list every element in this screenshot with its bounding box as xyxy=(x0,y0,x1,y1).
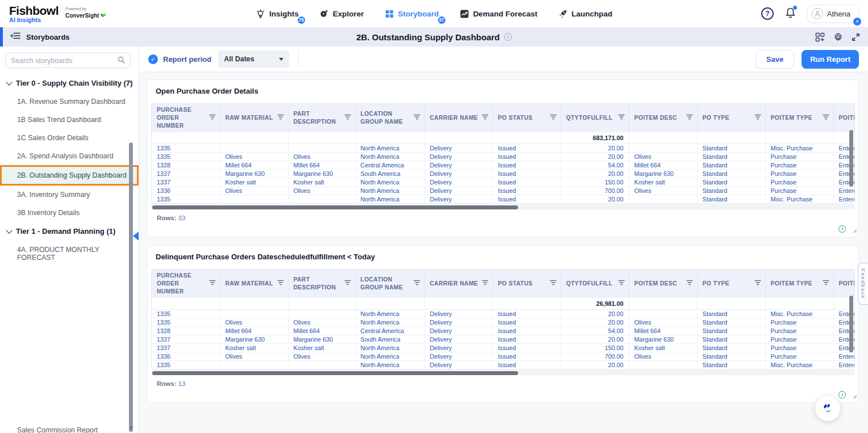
horizontal-scrollbar-thumb[interactable] xyxy=(152,371,518,375)
filter-icon[interactable] xyxy=(482,280,489,288)
feedback-tab[interactable]: Feedback xyxy=(858,263,868,305)
table-row[interactable]: 1335North AmericaDeliveryIssued20.00Stan… xyxy=(152,144,855,153)
column-header[interactable]: CARRIER NAME xyxy=(424,270,493,298)
conversight-chat-icon[interactable] xyxy=(815,396,840,421)
filter-icon[interactable] xyxy=(823,114,829,122)
column-header[interactable]: PART DESCRIPTION xyxy=(288,270,355,298)
filter-icon[interactable] xyxy=(550,280,557,288)
nav-item-demand-forecast[interactable]: Demand Forecast xyxy=(460,9,537,19)
info-icon[interactable]: i xyxy=(504,33,512,41)
filter-icon[interactable] xyxy=(414,114,420,122)
table-row[interactable]: 1335OlivesOlivesNorth AmericaDeliveryIss… xyxy=(152,153,855,161)
report-period-checkbox[interactable]: ✓ xyxy=(148,54,158,64)
notification-bell-icon[interactable] xyxy=(785,7,796,20)
column-header[interactable]: PO STATUS xyxy=(493,270,561,298)
column-header[interactable]: LOCATION GROUP NAME xyxy=(355,270,424,298)
column-header[interactable]: PO TYPE xyxy=(697,104,765,132)
horizontal-scrollbar[interactable] xyxy=(151,371,855,375)
save-button[interactable]: Save xyxy=(756,50,794,69)
storyboards-list-icon[interactable] xyxy=(10,32,20,42)
filter-icon[interactable] xyxy=(209,114,216,122)
sidebar-scrollbar[interactable]: ▲ ▼ xyxy=(128,78,134,431)
sidebar-group-1[interactable]: Tier 1 - Demand Planning (1) xyxy=(0,222,139,241)
filter-icon[interactable] xyxy=(823,280,829,288)
nav-item-launchpad[interactable]: Launchpad xyxy=(558,9,612,19)
column-header[interactable]: LOCATION GROUP NAME xyxy=(355,104,424,132)
filter-icon[interactable] xyxy=(550,114,557,122)
filter-icon[interactable] xyxy=(277,114,284,122)
search-input[interactable] xyxy=(11,57,114,65)
run-report-button[interactable]: Run Report xyxy=(802,50,859,69)
table-row[interactable]: 1328Millet 664Millet 664Central AmericaD… xyxy=(152,327,855,335)
expand-icon[interactable] xyxy=(852,33,860,41)
filter-icon[interactable] xyxy=(686,280,693,288)
sidebar-item-3a-inventory-summary[interactable]: 3A. Inventory Summary xyxy=(0,186,139,204)
column-header[interactable]: POITE xyxy=(833,104,855,132)
column-header[interactable]: QTYTOFULFILL xyxy=(561,104,629,132)
widget-info-icon[interactable]: i xyxy=(838,391,846,398)
column-header[interactable]: POITEM TYPE xyxy=(765,270,833,298)
column-header[interactable]: PURCHASE ORDER NUMBER xyxy=(152,104,220,132)
sidebar-item-partial[interactable]: Sales Commission Report xyxy=(17,426,98,433)
column-header[interactable]: POITEM DESC xyxy=(629,104,697,132)
table-row[interactable]: 1336OlivesOlivesNorth AmericaDeliveryIss… xyxy=(152,352,855,361)
filter-icon[interactable] xyxy=(277,280,284,288)
filter-icon[interactable] xyxy=(344,114,351,122)
filter-icon[interactable] xyxy=(482,114,489,122)
horizontal-scrollbar-thumb[interactable] xyxy=(152,205,518,209)
table-row[interactable]: 1335North AmericaDeliveryIssued20.00Stan… xyxy=(152,195,855,204)
summary-row[interactable]: 26,981.00 xyxy=(152,298,855,310)
settings-gear-icon[interactable] xyxy=(833,32,843,42)
table-row[interactable]: 1337Margarine 630Margarine 630South Amer… xyxy=(152,335,855,344)
table-row[interactable]: 1335North AmericaDeliveryIssued20.00Stan… xyxy=(152,310,855,318)
scrollbar-thumb[interactable] xyxy=(129,142,133,432)
user-menu[interactable]: Athena ▾ xyxy=(807,5,859,23)
help-icon[interactable]: ? xyxy=(761,7,774,20)
add-widget-icon[interactable] xyxy=(815,32,825,42)
sidebar-collapse-icon[interactable] xyxy=(133,232,139,241)
sidebar-item-1c-sales-order-details[interactable]: 1C Sales Order Details xyxy=(0,129,139,147)
filter-icon[interactable] xyxy=(618,280,625,288)
sidebar-item-1b-sales-trend-dashboard[interactable]: 1B Sales Trend Dashboard xyxy=(0,111,139,129)
column-header[interactable]: POITEM DESC xyxy=(629,270,697,298)
search-icon[interactable] xyxy=(118,56,125,66)
nav-item-storyboard[interactable]: Storyboard37 xyxy=(385,9,439,19)
sidebar-item-3b-inventory-details[interactable]: 3B Inventory Details xyxy=(0,204,139,222)
sidebar-item-1a-revenue-summary-dashboard[interactable]: 1A. Revenue Summary Dashboard xyxy=(0,93,139,111)
column-header[interactable]: RAW MATERIAL xyxy=(220,270,288,298)
column-header[interactable]: PO TYPE xyxy=(697,270,765,298)
column-header[interactable]: CARRIER NAME xyxy=(424,104,493,132)
sidebar-group-0[interactable]: Tier 0 - Supply Chain Visibility (7) xyxy=(0,74,139,93)
filter-icon[interactable] xyxy=(754,280,761,288)
widget-info-icon[interactable]: i xyxy=(838,225,846,233)
table-row[interactable]: 1335North AmericaDeliveryIssued20.00Stan… xyxy=(152,361,855,369)
scroll-up-icon[interactable]: ▲ xyxy=(128,78,134,84)
filter-icon[interactable] xyxy=(414,280,420,288)
summary-row[interactable]: 683,171.00 xyxy=(152,132,855,144)
scroll-down-icon[interactable]: ▼ xyxy=(128,425,134,431)
filter-icon[interactable] xyxy=(754,114,761,122)
filter-icon[interactable] xyxy=(209,280,216,288)
storyboard-search[interactable] xyxy=(5,53,131,68)
horizontal-scrollbar[interactable] xyxy=(151,205,855,209)
table-row[interactable]: 1328Millet 664Millet 664Central AmericaD… xyxy=(152,161,855,170)
sidebar-item-2b-outstanding-supply-dashboard[interactable]: 2B. Outstanding Supply Dashboard xyxy=(0,165,139,186)
column-header[interactable]: QTYTOFULFILL xyxy=(561,270,629,298)
table-row[interactable]: 1337Kosher saltKosher saltNorth AmericaD… xyxy=(152,178,855,187)
report-period-dropdown[interactable]: All Dates xyxy=(218,51,289,68)
vertical-scrollbar-thumb[interactable] xyxy=(849,296,853,352)
table-row[interactable]: 1337Kosher saltKosher saltNorth AmericaD… xyxy=(152,344,855,352)
nav-item-explorer[interactable]: Explorer xyxy=(319,9,364,19)
column-header[interactable]: RAW MATERIAL xyxy=(220,104,288,132)
resize-handle-icon[interactable] xyxy=(853,391,857,401)
filter-icon[interactable] xyxy=(344,280,351,288)
table-row[interactable]: 1336OlivesOlivesNorth AmericaDeliveryIss… xyxy=(152,187,855,195)
nav-item-insights[interactable]: Insights75 xyxy=(256,9,299,19)
column-header[interactable]: POITEM TYPE xyxy=(765,104,833,132)
table-row[interactable]: 1335OlivesOlivesNorth AmericaDeliveryIss… xyxy=(152,318,855,327)
column-header[interactable]: POITE xyxy=(833,270,855,298)
resize-handle-icon[interactable] xyxy=(853,225,857,236)
vertical-scrollbar-thumb[interactable] xyxy=(849,130,853,187)
sidebar-item-2a-spend-analysis-dashboard[interactable]: 2A. Spend Analysis Dashboard xyxy=(0,147,139,165)
column-header[interactable]: PURCHASE ORDER NUMBER xyxy=(152,270,220,298)
